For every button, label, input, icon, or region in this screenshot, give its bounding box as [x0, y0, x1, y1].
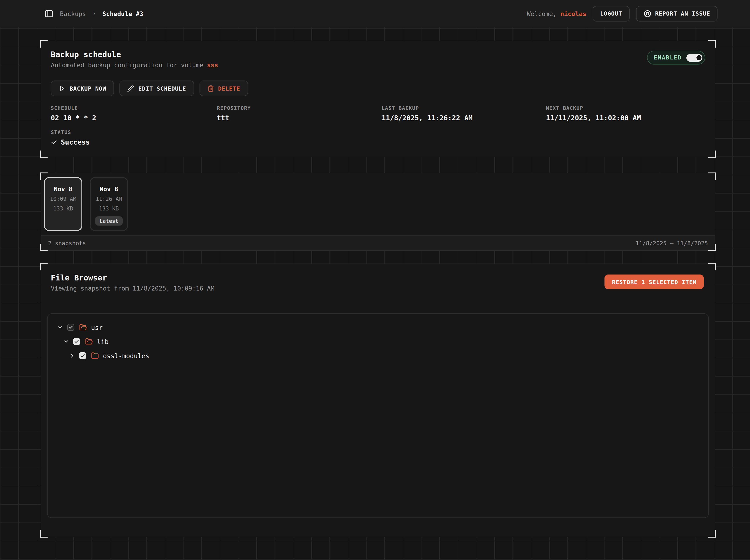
field-value: 11/11/2025, 11:02:00 AM [546, 114, 705, 122]
snapshot-size: 133 KB [99, 205, 119, 212]
snapshot-size: 133 KB [53, 205, 73, 212]
corner-bracket [708, 263, 716, 271]
pencil-icon [127, 85, 134, 92]
breadcrumb: Backups › Schedule #3 [60, 10, 143, 17]
play-icon [59, 85, 65, 92]
snapshot-time: 11:26 AM [96, 196, 122, 202]
field-value: 11/8/2025, 11:26:22 AM [382, 114, 546, 122]
corner-bracket [40, 40, 47, 47]
snapshot-count: 2 snapshots [48, 240, 86, 246]
schedule-header-text: Backup schedule Automated backup configu… [51, 50, 218, 69]
username: nicolas [560, 10, 587, 17]
corner-bracket [40, 530, 47, 538]
tree-item-label: usr [91, 324, 103, 331]
welcome-text: Welcome, nicolas [527, 10, 587, 17]
enabled-toggle-label: ENABLED [654, 55, 682, 61]
corner-bracket [40, 151, 47, 158]
corner-bracket [708, 151, 716, 158]
checkbox-checked[interactable] [67, 324, 74, 331]
file-browser-panel: File Browser Viewing snapshot from 11/8/… [41, 263, 715, 537]
field-label: SCHEDULE [51, 105, 217, 111]
snapshot-date-range: 11/8/2025 – 11/8/2025 [636, 240, 708, 246]
sidebar-toggle-button[interactable] [44, 9, 54, 18]
breadcrumb-current: Schedule #3 [102, 10, 143, 17]
corner-bracket [40, 263, 47, 271]
volume-name: sss [207, 62, 218, 69]
edit-schedule-button[interactable]: EDIT SCHEDULE [120, 81, 194, 96]
snapshot-card[interactable]: Nov 8 11:26 AM 133 KB Latest [90, 177, 128, 231]
panel-subtitle: Automated backup configuration for volum… [51, 62, 218, 69]
file-browser-header-text: File Browser Viewing snapshot from 11/8/… [51, 273, 214, 292]
breadcrumb-section[interactable]: Backups [60, 10, 86, 17]
corner-bracket [708, 173, 716, 180]
field-value: 02 10 * * 2 [51, 114, 217, 122]
trash-icon [207, 85, 214, 92]
logout-button-label: LOGOUT [600, 10, 622, 17]
toggle-knob [695, 54, 703, 61]
field-label: REPOSITORY [217, 105, 382, 111]
snapshot-date: Nov 8 [100, 185, 118, 193]
topbar: Backups › Schedule #3 Welcome, nicolas L… [0, 0, 750, 27]
field-schedule: SCHEDULE 02 10 * * 2 [51, 105, 217, 122]
tree-item-label: ossl-modules [103, 352, 149, 359]
enabled-toggle[interactable]: ENABLED [647, 51, 705, 64]
snapshots-footer: 2 snapshots 11/8/2025 – 11/8/2025 [41, 235, 715, 250]
lifebuoy-icon [643, 9, 651, 18]
latest-badge: Latest [95, 216, 122, 225]
app-root: Backups › Schedule #3 Welcome, nicolas L… [0, 0, 750, 560]
toggle-switch[interactable] [686, 54, 702, 62]
corner-bracket [708, 530, 716, 538]
panel-left-icon [44, 9, 54, 18]
snapshot-date: Nov 8 [54, 185, 72, 193]
snapshot-time: 10:09 AM [50, 196, 76, 202]
corner-bracket [708, 40, 716, 47]
check-icon [51, 139, 57, 145]
status-field: STATUS Success [51, 129, 90, 146]
schedule-actions: BACKUP NOW EDIT SCHEDULE DELETE [41, 69, 715, 96]
schedule-fields: SCHEDULE 02 10 * * 2 REPOSITORY ttt LAST… [51, 105, 705, 122]
corner-bracket [40, 173, 47, 180]
backup-now-label: BACKUP NOW [70, 85, 106, 92]
folder-open-icon [79, 323, 87, 331]
edit-schedule-label: EDIT SCHEDULE [138, 85, 186, 92]
tree-item-label: lib [97, 338, 109, 345]
folder-icon [91, 352, 99, 360]
delete-label: DELETE [218, 85, 240, 92]
field-repository: REPOSITORY ttt [217, 105, 382, 122]
chevron-down-icon[interactable] [57, 324, 63, 330]
file-tree: usr lib [47, 314, 709, 518]
tree-row-lib[interactable]: lib [47, 335, 708, 348]
snapshot-card-selected[interactable]: Nov 8 10:09 AM 133 KB [44, 177, 82, 231]
status-label: STATUS [51, 129, 90, 136]
report-issue-button-label: REPORT AN ISSUE [655, 10, 710, 17]
panel-title: Backup schedule [51, 50, 218, 59]
folder-open-icon [85, 338, 93, 345]
checkbox-checked[interactable] [73, 338, 80, 345]
field-label: LAST BACKUP [382, 105, 546, 111]
chevron-right-icon[interactable] [68, 353, 75, 359]
report-issue-button[interactable]: REPORT AN ISSUE [636, 6, 717, 21]
chevron-down-icon[interactable] [63, 339, 69, 344]
snapshots-panel: Nov 8 10:09 AM 133 KB Nov 8 11:26 AM 133… [41, 173, 715, 251]
field-label: NEXT BACKUP [546, 105, 705, 111]
restore-selected-button[interactable]: RESTORE 1 SELECTED ITEM [605, 275, 704, 289]
tree-row-usr[interactable]: usr [47, 320, 708, 335]
tree-row-ossl-modules[interactable]: ossl-modules [47, 348, 708, 363]
checkbox-checked[interactable] [79, 352, 86, 359]
backup-now-button[interactable]: BACKUP NOW [51, 81, 114, 96]
logout-button[interactable]: LOGOUT [593, 6, 629, 21]
field-next-backup: NEXT BACKUP 11/11/2025, 11:02:00 AM [546, 105, 705, 122]
snapshot-cards: Nov 8 10:09 AM 133 KB Nov 8 11:26 AM 133… [41, 174, 715, 231]
delete-button[interactable]: DELETE [199, 81, 248, 96]
backup-schedule-panel: Backup schedule Automated backup configu… [41, 41, 715, 157]
file-browser-subtitle: Viewing snapshot from 11/8/2025, 10:09:1… [51, 285, 214, 292]
breadcrumb-separator: › [93, 10, 96, 17]
field-value: ttt [217, 114, 382, 122]
status-value: Success [61, 138, 90, 146]
field-last-backup: LAST BACKUP 11/8/2025, 11:26:22 AM [382, 105, 546, 122]
file-browser-title: File Browser [51, 273, 214, 282]
